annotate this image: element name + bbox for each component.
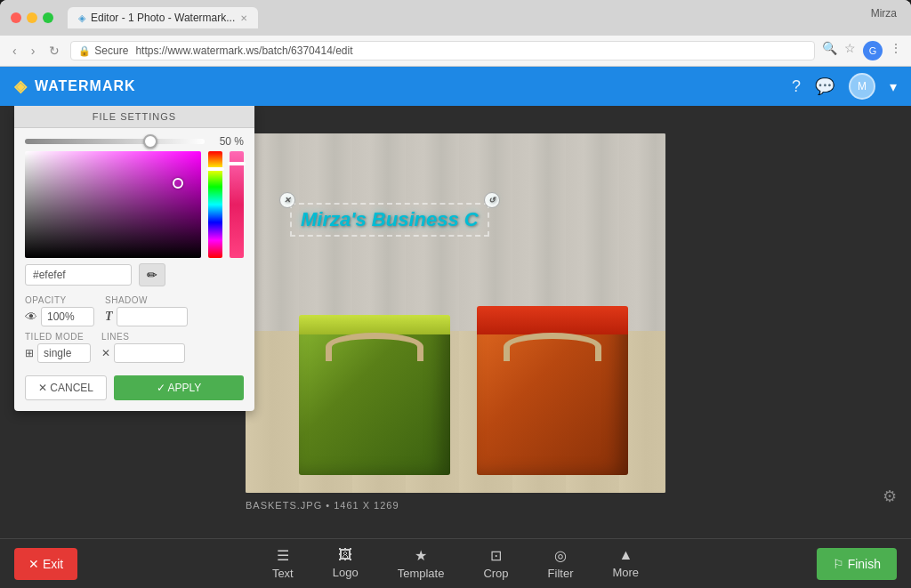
text-label: Text — [272, 567, 294, 580]
tiled-field-group: TILED MODE ⊞ — [25, 332, 91, 363]
extensions-icon[interactable]: G — [863, 41, 883, 60]
app-header: ◈ WATERMARK ? 💬 M ▾ — [0, 67, 911, 106]
watermark-text: Mirza's Business C — [301, 208, 479, 230]
opacity-shadow-row: OPACITY 👁 SHADOW T — [25, 295, 244, 326]
delete-handle[interactable]: ✕ — [279, 192, 295, 208]
hue-strip[interactable] — [208, 151, 222, 258]
back-button[interactable]: ‹ — [9, 42, 20, 60]
minimize-button[interactable] — [27, 12, 37, 23]
browser-chrome: ◈ Editor - 1 Photo - Watermark... ✕ Mirz… — [0, 0, 911, 67]
more-label: More — [612, 566, 639, 579]
logo-icon: ◈ — [14, 77, 28, 96]
shadow-input[interactable] — [117, 307, 188, 326]
color-cursor[interactable] — [173, 178, 183, 189]
toolbar-item-crop[interactable]: ⊡ Crop — [465, 542, 526, 585]
hex-row: ✏ — [14, 258, 254, 292]
x-icon: ✕ — [101, 347, 110, 359]
avatar[interactable]: M — [849, 73, 875, 100]
avatar-dropdown-icon[interactable]: ▾ — [890, 78, 897, 95]
address-bar[interactable]: 🔒 Secure https://www.watermark.ws/batch/… — [70, 41, 815, 60]
title-bar: ◈ Editor - 1 Photo - Watermark... ✕ Mirz… — [0, 0, 911, 36]
apply-button[interactable]: ✓ APPLY — [114, 375, 244, 400]
hue-thumb[interactable] — [206, 167, 224, 171]
hex-input[interactable] — [25, 264, 132, 286]
cancel-button[interactable]: ✕ CANCEL — [25, 375, 107, 400]
help-button[interactable]: ? — [792, 77, 801, 96]
tiled-label: TILED MODE — [25, 332, 91, 342]
bookmark-icon[interactable]: ☆ — [844, 41, 856, 60]
logo-area: ◈ WATERMARK — [14, 77, 136, 96]
template-label: Template — [398, 567, 445, 580]
panel-title: FILE SETTINGS — [14, 106, 254, 128]
watermark-element[interactable]: Mirza's Business C ↺ ✕ — [290, 203, 489, 237]
saturation-thumb[interactable] — [228, 162, 246, 165]
browser-actions: 🔍 ☆ G ⋮ — [822, 41, 902, 60]
text-icon: ☰ — [277, 547, 289, 564]
address-bar-row: ‹ › ↻ 🔒 Secure https://www.watermark.ws/… — [0, 36, 911, 67]
toolbar-item-template[interactable]: ★ Template — [380, 542, 463, 585]
chat-button[interactable]: 💬 — [815, 77, 834, 96]
filter-icon: ◎ — [554, 547, 567, 564]
toolbar-item-more[interactable]: ▲ More — [594, 542, 657, 585]
lines-control: ✕ — [101, 343, 185, 363]
panel-buttons: ✕ CANCEL ✓ APPLY — [14, 372, 254, 400]
tab-title: Editor - 1 Photo - Watermark... — [91, 12, 235, 24]
tiled-control: ⊞ — [25, 343, 91, 363]
close-button[interactable] — [11, 12, 21, 23]
browser-user: Mirza — [871, 7, 897, 20]
refresh-button[interactable]: ↻ — [45, 42, 63, 60]
finish-button[interactable]: ⚐ Finish — [817, 548, 897, 580]
orange-rope — [504, 333, 601, 361]
rotate-handle[interactable]: ↺ — [484, 192, 500, 208]
active-tab[interactable]: ◈ Editor - 1 Photo - Watermark... ✕ — [68, 7, 258, 28]
app-container: ◈ WATERMARK ? 💬 M ▾ FILE SETTINGS — [0, 67, 911, 588]
orange-basket-top — [477, 306, 628, 334]
main-content: FILE SETTINGS 50 % — [0, 106, 911, 538]
shadow-field-group: SHADOW T — [105, 295, 188, 326]
toolbar-item-text[interactable]: ☰ Text — [254, 542, 311, 585]
bottom-toolbar: ✕ Exit ☰ Text 🖼 Logo ★ Template ⊡ Crop ◎… — [0, 538, 911, 588]
saturation-strip[interactable] — [230, 151, 244, 258]
gradient-overlay — [25, 151, 201, 258]
search-icon[interactable]: 🔍 — [822, 41, 837, 60]
opacity-control: 👁 — [25, 307, 94, 326]
grid-icon: ⊞ — [25, 347, 34, 359]
toolbar-items: ☰ Text 🖼 Logo ★ Template ⊡ Crop ◎ Filter… — [254, 542, 657, 585]
opacity-field-group: OPACITY 👁 — [25, 295, 94, 326]
more-icon: ▲ — [618, 547, 633, 563]
green-rope — [326, 333, 423, 361]
panel-fields: OPACITY 👁 SHADOW T — [14, 292, 254, 372]
tab-close-button[interactable]: ✕ — [240, 13, 247, 23]
template-icon: ★ — [415, 547, 427, 564]
opacity-slider[interactable] — [25, 139, 205, 144]
url-text: https://www.watermark.ws/batch/6370414/e… — [135, 44, 352, 57]
exit-button[interactable]: ✕ Exit — [14, 548, 77, 580]
image-wrapper: Mirza's Business C ↺ ✕ BASKETS.JPG • 146… — [246, 133, 665, 511]
shadow-label: SHADOW — [105, 295, 188, 305]
toolbar-item-filter[interactable]: ◎ Filter — [530, 542, 592, 585]
photo-canvas[interactable]: Mirza's Business C ↺ ✕ — [246, 133, 665, 493]
shadow-control: T — [105, 307, 188, 326]
gear-button[interactable]: ⚙ — [883, 487, 897, 506]
opacity-input[interactable] — [41, 307, 94, 326]
lines-input[interactable] — [114, 343, 185, 363]
tiled-lines-row: TILED MODE ⊞ LINES ✕ — [25, 332, 244, 363]
maximize-button[interactable] — [43, 12, 53, 23]
toolbar-item-logo[interactable]: 🖼 Logo — [315, 542, 376, 585]
lines-field-group: LINES ✕ — [101, 332, 185, 363]
eyedropper-button[interactable]: ✏ — [139, 263, 165, 286]
logo-text: WATERMARK — [35, 78, 136, 94]
opacity-percentage: 50 % — [212, 135, 244, 148]
menu-icon[interactable]: ⋮ — [890, 41, 902, 60]
tiled-input[interactable] — [37, 343, 91, 363]
canvas-area: FILE SETTINGS 50 % — [0, 106, 911, 538]
color-picker-area — [14, 151, 254, 258]
opacity-thumb[interactable] — [143, 134, 157, 149]
green-basket-top — [299, 315, 450, 334]
opacity-label: OPACITY — [25, 295, 94, 305]
secure-lock-icon: 🔒 — [78, 45, 91, 57]
logo-icon: 🖼 — [338, 547, 352, 563]
secure-label: Secure — [94, 44, 128, 57]
color-gradient[interactable] — [25, 151, 201, 258]
forward-button[interactable]: › — [28, 42, 39, 60]
